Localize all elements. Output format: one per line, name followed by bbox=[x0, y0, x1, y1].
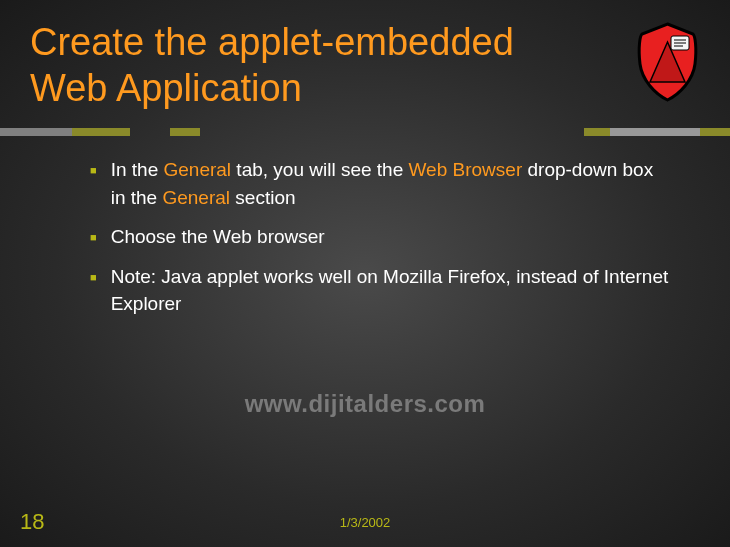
list-item: ■ Note: Java applet works well on Mozill… bbox=[90, 263, 670, 318]
list-item: ■ In the General tab, you will see the W… bbox=[90, 156, 670, 211]
slide-title: Create the applet-embedded Web Applicati… bbox=[30, 20, 590, 111]
shield-logo-icon bbox=[635, 22, 700, 102]
divider-decor bbox=[0, 128, 730, 136]
watermark-text: www.dijitalders.com bbox=[245, 390, 486, 418]
slide: Create the applet-embedded Web Applicati… bbox=[0, 0, 730, 547]
footer-date: 1/3/2002 bbox=[340, 515, 391, 530]
bullet-icon: ■ bbox=[90, 270, 97, 286]
list-item: ■ Choose the Web browser bbox=[90, 223, 670, 251]
bullet-list: ■ In the General tab, you will see the W… bbox=[90, 156, 670, 318]
bullet-icon: ■ bbox=[90, 230, 97, 246]
bullet-text: Note: Java applet works well on Mozilla … bbox=[111, 263, 670, 318]
bullet-icon: ■ bbox=[90, 163, 97, 179]
slide-number: 18 bbox=[20, 509, 44, 535]
bullet-text: Choose the Web browser bbox=[111, 223, 670, 251]
bullet-text: In the General tab, you will see the Web… bbox=[111, 156, 670, 211]
footer: 18 1/3/2002 bbox=[0, 509, 730, 535]
